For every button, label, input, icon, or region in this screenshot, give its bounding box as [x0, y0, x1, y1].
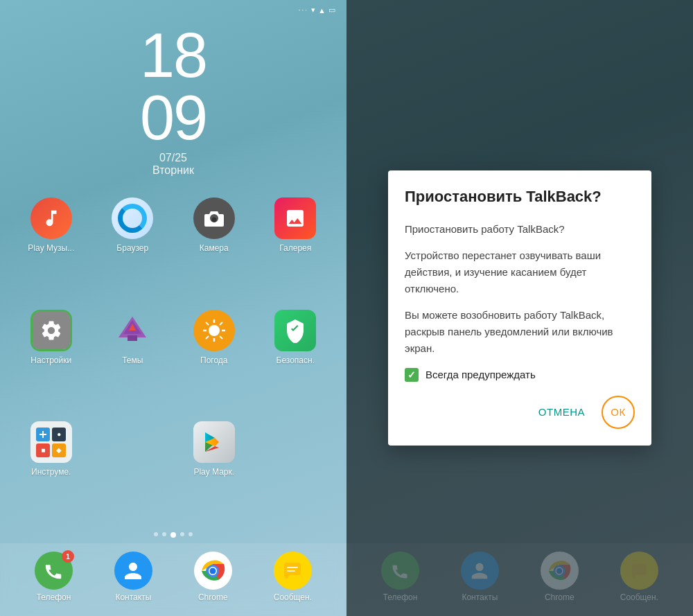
app-weather[interactable]: Погода — [177, 310, 252, 408]
page-dot-3[interactable] — [180, 532, 184, 536]
svg-rect-22 — [287, 570, 295, 572]
camera-label: Камера — [200, 243, 229, 253]
app-browser[interactable]: Браузер — [96, 197, 170, 296]
camera-icon-container — [193, 197, 235, 239]
browser-icon-container — [112, 197, 153, 239]
notification-dots: ··· — [299, 6, 308, 14]
play-store-icon-container — [193, 421, 235, 463]
dialog-title: Приостановить TalkBack? — [405, 187, 635, 207]
svg-line-13 — [206, 336, 209, 339]
always-warn-checkbox[interactable]: ✓ — [405, 368, 419, 382]
tools-label: Инструме. — [31, 467, 71, 477]
empty-icon — [112, 421, 153, 463]
status-icons: ··· ▾ ▲ ▭ — [299, 6, 335, 15]
messages-icon — [274, 552, 312, 590]
weather-icon-container — [193, 310, 235, 351]
checkmark-icon: ✓ — [407, 369, 416, 380]
signal-icon: ▲ — [318, 6, 326, 15]
themes-label: Темы — [122, 355, 143, 365]
svg-point-19 — [210, 567, 216, 574]
cancel-button[interactable]: ОТМЕНА — [533, 401, 590, 423]
app-themes[interactable]: Темы — [96, 310, 170, 408]
svg-line-10 — [206, 322, 209, 325]
settings-label: Настройки — [30, 355, 71, 365]
apps-grid: Play Музы... Браузер Камера — [0, 191, 346, 527]
app-tools[interactable]: ● ■ ◆ Инструме. — [14, 421, 89, 520]
always-warn-label: Всегда предупреждать — [426, 369, 536, 380]
dock-phone[interactable]: 1 Телефон — [35, 552, 73, 602]
dialog-paragraph-1: Приостановить работу TalkBack? — [405, 221, 635, 238]
svg-rect-3 — [128, 335, 137, 341]
chrome-label: Chrome — [198, 592, 228, 602]
clock-hour: 18 — [140, 24, 207, 87]
phone-label: Телефон — [37, 592, 71, 602]
app-empty-slot — [96, 421, 170, 520]
clock-minute: 09 — [140, 87, 207, 149]
gallery-icon-container — [274, 197, 316, 239]
gallery-label: Галерея — [279, 243, 311, 253]
page-dot-1[interactable] — [162, 532, 166, 536]
app-security[interactable]: Безопасн. — [258, 310, 333, 408]
wifi-icon: ▾ — [311, 6, 315, 15]
dock: 1 Телефон Контакты — [0, 543, 346, 616]
dock-chrome[interactable]: Chrome — [194, 552, 232, 602]
dialog-paragraph-2: Устройство перестанет озвучивать ваши де… — [405, 247, 635, 297]
app-camera[interactable]: Камера — [177, 197, 252, 296]
contacts-icon — [114, 552, 152, 590]
themes-icon-container — [112, 310, 153, 351]
app-settings[interactable]: Настройки — [14, 310, 89, 408]
dialog-overlay: Приостановить TalkBack? Приостановить ра… — [346, 0, 693, 616]
dialog-paragraph-3: Вы можете возобновить работу TalkBack, р… — [405, 307, 635, 357]
clock-section: 18 09 07/25 Вторник — [0, 17, 346, 191]
dialog-body: Приостановить работу TalkBack? Устройств… — [405, 221, 635, 357]
battery-icon: ▭ — [328, 6, 335, 15]
svg-point-0 — [211, 218, 216, 222]
always-warn-row[interactable]: ✓ Всегда предупреждать — [405, 368, 635, 382]
app-gallery[interactable]: Галерея — [258, 197, 333, 296]
talkback-dialog: Приостановить TalkBack? Приостановить ра… — [388, 170, 651, 446]
dock-contacts[interactable]: Контакты — [114, 552, 152, 602]
left-phone-screen: ··· ▾ ▲ ▭ 18 09 07/25 Вторник Play Музы.… — [0, 0, 346, 616]
svg-point-5 — [209, 325, 220, 336]
app-play-music[interactable]: Play Музы... — [14, 197, 89, 296]
messages-label: Сообщен. — [274, 592, 312, 602]
tools-icon-container: ● ■ ◆ — [30, 421, 72, 463]
status-bar: ··· ▾ ▲ ▭ — [0, 0, 346, 17]
browser-label: Браузер — [116, 243, 148, 253]
weather-label: Погода — [200, 355, 228, 365]
page-dot-4[interactable] — [188, 532, 193, 536]
security-icon-container — [274, 310, 316, 351]
phone-badge: 1 — [62, 550, 74, 563]
svg-line-11 — [220, 336, 222, 339]
play-music-label: Play Музы... — [28, 243, 74, 253]
page-dot-0[interactable] — [154, 532, 158, 536]
ok-button[interactable]: ОК — [602, 396, 635, 429]
dialog-buttons: ОТМЕНА ОК — [405, 396, 635, 429]
app-play-store[interactable]: Play Марк. — [177, 421, 252, 520]
page-dots — [0, 527, 346, 543]
security-label: Безопасн. — [277, 355, 315, 365]
dock-messages[interactable]: Сообщен. — [274, 552, 312, 602]
phone-icon: 1 — [35, 552, 73, 590]
clock-date: 07/25 — [159, 152, 187, 164]
play-music-icon — [30, 197, 72, 239]
right-phone-screen: Телефон Контакты Chrome — [346, 0, 693, 616]
play-store-label: Play Марк. — [193, 467, 234, 477]
page-dot-2[interactable] — [170, 532, 176, 538]
settings-icon-container — [30, 310, 72, 351]
contacts-label: Контакты — [115, 592, 151, 602]
chrome-icon — [194, 552, 232, 590]
svg-line-12 — [220, 322, 222, 325]
svg-rect-21 — [287, 567, 298, 568]
clock-day: Вторник — [152, 164, 194, 177]
